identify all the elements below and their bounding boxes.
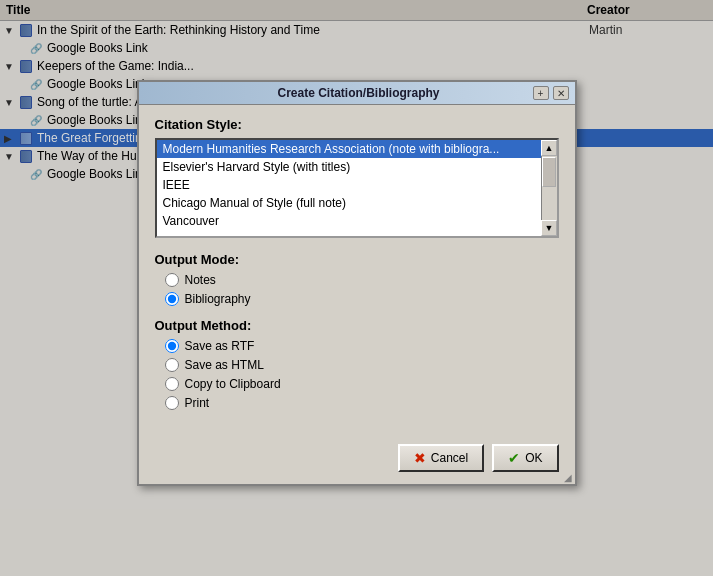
copy-clipboard-label: Copy to Clipboard <box>185 377 281 391</box>
scrollbar-up-arrow[interactable]: ▲ <box>541 140 557 156</box>
output-method-label: Output Method: <box>155 318 559 333</box>
save-rtf-radio[interactable] <box>165 339 179 353</box>
ok-icon: ✔ <box>508 450 520 466</box>
cancel-icon: ✖ <box>414 450 426 466</box>
save-html-label: Save as HTML <box>185 358 264 372</box>
dialog-footer: ✖ Cancel ✔ OK <box>139 434 575 484</box>
dialog-close-button[interactable]: ✕ <box>553 86 569 100</box>
citation-dialog: Create Citation/Bibliography + ✕ Citatio… <box>137 80 577 486</box>
copy-clipboard-radio[interactable] <box>165 377 179 391</box>
output-method-section: Output Method: Save as RTF Save as HTML … <box>155 318 559 410</box>
output-mode-bibliography[interactable]: Bibliography <box>165 292 559 306</box>
citation-option-mhra[interactable]: Modern Humanities Research Association (… <box>157 140 541 158</box>
citation-list-scrollbar[interactable]: ▲ ▼ <box>541 140 557 236</box>
citation-option-elsevier[interactable]: Elsevier's Harvard Style (with titles) <box>157 158 541 176</box>
output-mode-group: Notes Bibliography <box>155 273 559 306</box>
ok-button[interactable]: ✔ OK <box>492 444 558 472</box>
citation-option-chicago[interactable]: Chicago Manual of Style (full note) <box>157 194 541 212</box>
output-mode-notes[interactable]: Notes <box>165 273 559 287</box>
bibliography-label: Bibliography <box>185 292 251 306</box>
citation-style-list[interactable]: Modern Humanities Research Association (… <box>157 140 541 236</box>
output-mode-section: Output Mode: Notes Bibliography <box>155 252 559 306</box>
dialog-title: Create Citation/Bibliography <box>185 86 533 100</box>
output-method-rtf[interactable]: Save as RTF <box>165 339 559 353</box>
citation-option-vancouver[interactable]: Vancouver <box>157 212 541 230</box>
output-method-print[interactable]: Print <box>165 396 559 410</box>
output-method-clipboard[interactable]: Copy to Clipboard <box>165 377 559 391</box>
scrollbar-thumb[interactable] <box>542 157 556 187</box>
dialog-controls: + ✕ <box>533 86 569 100</box>
bibliography-radio[interactable] <box>165 292 179 306</box>
notes-radio[interactable] <box>165 273 179 287</box>
print-label: Print <box>185 396 210 410</box>
cancel-label: Cancel <box>431 451 468 465</box>
resize-grip[interactable]: ◢ <box>561 470 575 484</box>
output-mode-label: Output Mode: <box>155 252 559 267</box>
save-html-radio[interactable] <box>165 358 179 372</box>
dialog-content: Citation Style: Modern Humanities Resear… <box>139 105 575 434</box>
citation-style-list-container[interactable]: Modern Humanities Research Association (… <box>155 138 559 238</box>
save-rtf-label: Save as RTF <box>185 339 255 353</box>
print-radio[interactable] <box>165 396 179 410</box>
citation-style-section: Citation Style: Modern Humanities Resear… <box>155 117 559 238</box>
dialog-titlebar: Create Citation/Bibliography + ✕ <box>139 82 575 105</box>
scrollbar-down-arrow[interactable]: ▼ <box>541 220 557 236</box>
cancel-button[interactable]: ✖ Cancel <box>398 444 484 472</box>
output-method-html[interactable]: Save as HTML <box>165 358 559 372</box>
ok-label: OK <box>525 451 542 465</box>
citation-option-ieee[interactable]: IEEE <box>157 176 541 194</box>
citation-style-label: Citation Style: <box>155 117 559 132</box>
modal-overlay: Create Citation/Bibliography + ✕ Citatio… <box>0 0 713 576</box>
dialog-minimize-button[interactable]: + <box>533 86 549 100</box>
output-method-group: Save as RTF Save as HTML Copy to Clipboa… <box>155 339 559 410</box>
notes-label: Notes <box>185 273 216 287</box>
